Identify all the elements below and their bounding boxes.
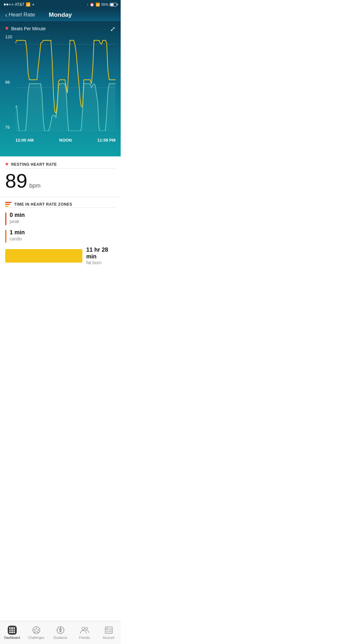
resting-divider bbox=[5, 168, 116, 169]
alarm-icon: ⏰ bbox=[90, 3, 94, 7]
y-label-98: 98 bbox=[5, 80, 12, 85]
zones-divider bbox=[5, 208, 116, 208]
status-bar: AT&T 📶 ✳ 10:09 AM ↑ ⏰ 📶 55% bbox=[0, 0, 121, 9]
rhr-unit: bpm bbox=[29, 183, 41, 189]
resting-heart-icon: ♥ bbox=[5, 161, 9, 168]
battery-icon bbox=[110, 3, 117, 6]
y-label-120: 120 bbox=[5, 34, 12, 39]
chart-container: 120 98 76 12:00 AM NOON 11:59 PM bbox=[5, 34, 116, 144]
x-label-end: 11:59 PM bbox=[97, 138, 116, 143]
carrier-label: AT&T bbox=[15, 2, 24, 7]
zone-cardio-indicator bbox=[5, 230, 6, 243]
signal-dot-3 bbox=[9, 4, 11, 5]
back-chevron-icon: ‹ bbox=[5, 12, 7, 18]
heart-legend-icon: ♥ bbox=[5, 25, 9, 32]
zone-peak-info: 0 min peak bbox=[10, 212, 25, 224]
zones-section: TIME IN HEART RATE ZONES 0 min peak 1 mi… bbox=[0, 197, 121, 270]
chart-legend-label: Beats Per Minute bbox=[11, 26, 46, 31]
y-label-76: 76 bbox=[5, 125, 12, 130]
status-left: AT&T 📶 ✳ bbox=[4, 2, 34, 7]
zones-header: TIME IN HEART RATE ZONES bbox=[5, 202, 116, 207]
zone-peak-indicator bbox=[5, 212, 6, 225]
resting-section: ♥ RESTING HEART RATE 89 bpm bbox=[0, 156, 121, 197]
zones-icon-bar3 bbox=[5, 206, 8, 207]
back-button[interactable]: ‹ Heart Rate bbox=[5, 12, 35, 18]
resting-header: ♥ RESTING HEART RATE bbox=[5, 161, 116, 168]
chart-legend: ♥ Beats Per Minute bbox=[5, 25, 116, 32]
signal-dot-2 bbox=[6, 4, 8, 5]
chart-y-labels: 120 98 76 bbox=[5, 34, 12, 131]
battery-fill bbox=[110, 4, 114, 6]
zone-item-fatburn: 11 hr 28 min fat burn bbox=[5, 247, 116, 265]
zone-item-cardio: 1 min cardio bbox=[5, 229, 116, 243]
page-title: Monday bbox=[49, 11, 72, 18]
rhr-number: 89 bbox=[5, 170, 27, 192]
signal-dot-4 bbox=[12, 4, 14, 5]
zone-item-peak: 0 min peak bbox=[5, 212, 116, 225]
heart-rate-chart[interactable] bbox=[15, 34, 116, 131]
zone-fatburn-info: 11 hr 28 min fat burn bbox=[86, 247, 116, 265]
x-label-start: 12:00 AM bbox=[15, 138, 34, 143]
signal-dots bbox=[4, 4, 14, 5]
zone-cardio-time: 1 min bbox=[10, 229, 25, 236]
signal-dot-1 bbox=[4, 4, 6, 5]
zone-cardio-info: 1 min cardio bbox=[10, 229, 25, 241]
x-label-noon: NOON bbox=[59, 138, 72, 143]
battery-pct: 55% bbox=[101, 3, 108, 6]
zones-title: TIME IN HEART RATE ZONES bbox=[14, 202, 72, 207]
zones-icon-bar2 bbox=[5, 204, 10, 205]
expand-button[interactable]: ⤢ bbox=[110, 25, 116, 33]
zones-icon bbox=[5, 202, 12, 207]
zone-fatburn-bar bbox=[5, 249, 82, 263]
rhr-value-row: 89 bpm bbox=[5, 170, 116, 192]
zone-cardio-name: cardio bbox=[10, 236, 25, 241]
location-icon: ↑ bbox=[87, 3, 88, 6]
page-header: ‹ Heart Rate Monday bbox=[0, 9, 121, 21]
zone-peak-name: peak bbox=[10, 219, 25, 224]
chart-canvas-wrap bbox=[15, 34, 116, 131]
zone-fatburn-time: 11 hr 28 min bbox=[86, 247, 116, 260]
activity-icon: ✳ bbox=[32, 3, 34, 6]
zone-peak-time: 0 min bbox=[10, 212, 25, 219]
wifi-icon: 📶 bbox=[26, 2, 31, 7]
zone-fatburn-name: fat burn bbox=[86, 260, 116, 265]
content-area: ♥ RESTING HEART RATE 89 bpm TIME IN HEAR… bbox=[0, 156, 121, 294]
status-right: ↑ ⏰ 📶 55% bbox=[87, 3, 117, 7]
chart-x-labels: 12:00 AM NOON 11:59 PM bbox=[15, 138, 116, 143]
zones-icon-bar1 bbox=[5, 202, 12, 203]
back-label: Heart Rate bbox=[9, 12, 35, 18]
resting-title: RESTING HEART RATE bbox=[11, 162, 57, 167]
bluetooth-icon: 📶 bbox=[96, 3, 100, 7]
chart-section: ♥ Beats Per Minute ⤢ 120 98 76 12:00 AM … bbox=[0, 21, 121, 156]
